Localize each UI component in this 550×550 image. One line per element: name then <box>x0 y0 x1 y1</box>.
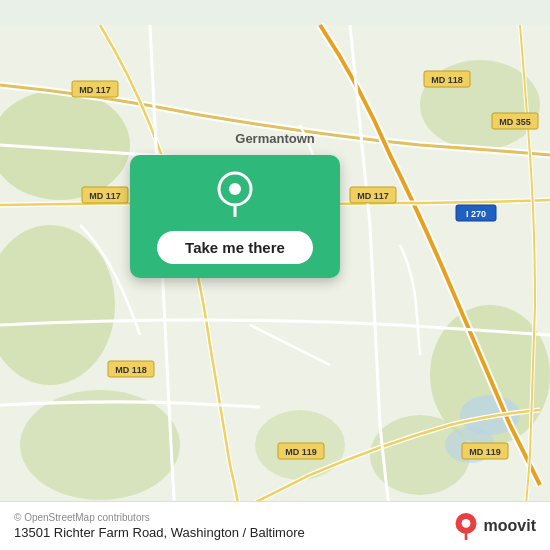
location-pin-icon <box>216 171 254 217</box>
svg-text:MD 355: MD 355 <box>499 117 531 127</box>
map-container: MD 117 MD 117 MD 117 MD 118 MD 118 MD 11… <box>0 0 550 550</box>
take-me-there-overlay: Take me there <box>130 155 340 278</box>
svg-point-30 <box>229 183 241 195</box>
svg-text:MD 117: MD 117 <box>89 191 121 201</box>
svg-text:MD 118: MD 118 <box>431 75 463 85</box>
moovit-brand-icon <box>452 512 480 540</box>
svg-text:MD 119: MD 119 <box>285 447 317 457</box>
address-text: 13501 Richter Farm Road, Washington / Ba… <box>14 525 305 540</box>
svg-text:MD 119: MD 119 <box>469 447 501 457</box>
svg-text:I 270: I 270 <box>466 209 486 219</box>
svg-text:Germantown: Germantown <box>235 131 315 146</box>
take-me-there-button[interactable]: Take me there <box>157 231 313 264</box>
svg-text:MD 117: MD 117 <box>357 191 389 201</box>
svg-point-6 <box>20 390 180 500</box>
info-bar: © OpenStreetMap contributors 13501 Richt… <box>0 501 550 550</box>
svg-text:MD 117: MD 117 <box>79 85 111 95</box>
info-left: © OpenStreetMap contributors 13501 Richt… <box>14 512 305 540</box>
svg-text:MD 118: MD 118 <box>115 365 147 375</box>
svg-point-32 <box>461 519 470 528</box>
copyright-text: © OpenStreetMap contributors <box>14 512 305 523</box>
pin-icon-wrapper <box>216 171 254 221</box>
moovit-logo-text: moovit <box>484 517 536 535</box>
moovit-logo: moovit <box>452 512 536 540</box>
